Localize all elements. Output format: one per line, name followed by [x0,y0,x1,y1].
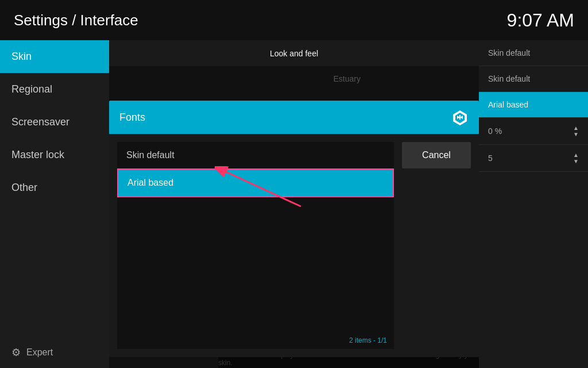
list-item-arial-based[interactable]: Arial based [117,168,394,197]
right-panel-skin-default-2: Skin default [479,66,588,92]
modal-overlay: Fonts [109,66,479,368]
item-count: 2 items - 1/1 [342,332,394,349]
main-layout: Skin Regional Screensaver Master lock Ot… [0,40,588,368]
sidebar-item-other[interactable]: Other [0,171,109,204]
zoom-arrows[interactable]: ▲ ▼ [573,125,579,137]
cancel-button[interactable]: Cancel [402,142,471,168]
right-panel-zoom: 0 % ▲ ▼ [479,118,588,145]
dialog-list: Skin default Arial based [117,142,394,349]
dialog-body: Skin default Arial based [109,134,479,357]
dialog-header: Fonts [109,101,479,134]
clock: 9:07 AM [507,10,574,31]
svg-rect-4 [459,115,461,120]
dialog-title: Fonts [119,112,145,124]
sidebar-item-screensaver[interactable]: Screensaver [0,106,109,139]
sidebar-item-expert[interactable]: ⚙ Expert [0,337,109,368]
settings-content: Estuary Fonts [109,66,479,368]
tab-bar: Look and feel [109,40,479,66]
list-item-skin-default[interactable]: Skin default [117,142,394,168]
top-bar: Settings / Interface 9:07 AM [0,0,588,40]
tab-look-and-feel[interactable]: Look and feel [258,49,330,58]
sidebar-item-regional[interactable]: Regional [0,73,109,106]
gear-icon: ⚙ [11,346,21,359]
fonts-dialog: Fonts [109,101,479,357]
dialog-actions: Cancel [402,142,471,349]
sidebar: Skin Regional Screensaver Master lock Ot… [0,40,109,368]
right-panel-arial-based: Arial based [479,92,588,118]
page-title: Settings / Interface [14,12,138,29]
right-panel-number-5: 5 ▲ ▼ [479,145,588,172]
content-area: Look and feel Estuary Fonts [109,40,479,368]
number-5-arrows[interactable]: ▲ ▼ [573,152,579,164]
right-panel-skin-default-1: Skin default [479,40,588,66]
kodi-icon [451,109,469,126]
sidebar-item-skin[interactable]: Skin [0,40,109,73]
sidebar-item-masterlock[interactable]: Master lock [0,139,109,171]
right-panel: Skin default Skin default Arial based 0 … [479,40,588,368]
